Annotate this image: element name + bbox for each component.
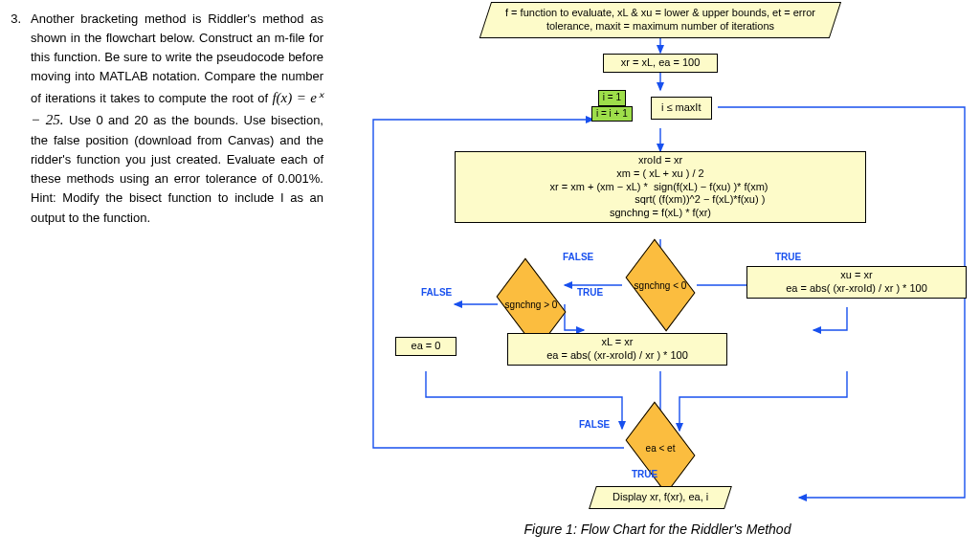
- decision-sgnchng-gt-0: sgnchng > 0: [498, 280, 565, 328]
- xl-text: xL = xr ea = abs( (xr-xroId) / xr ) * 10…: [546, 336, 688, 363]
- init-box: xr = xL, ea = 100: [603, 54, 718, 73]
- xu-box: xu = xr ea = abs( (xr-xroId) / xr ) * 10…: [746, 266, 967, 299]
- xl-box: xL = xr ea = abs( (xr-xroId) / xr ) * 10…: [507, 333, 727, 366]
- loop-cond-text: i ≤ maxIt: [661, 101, 702, 115]
- ea-zero-text: ea = 0: [412, 340, 441, 353]
- init-text: xr = xL, ea = 100: [621, 56, 701, 70]
- io-input-text: f = function to evaluate, xL & xu = lowe…: [505, 7, 815, 33]
- loop-condition: i ≤ maxIt: [651, 97, 712, 120]
- calc-box: xroId = xr xm = ( xL + xu ) / 2 xr = xm …: [455, 151, 866, 223]
- edge-true-2: TRUE: [577, 287, 603, 298]
- io-output: Display xr, f(xr), ea, i: [560, 486, 761, 509]
- problem-body: Another bracketing method is Riddler's m…: [31, 10, 323, 228]
- sgnchng-gt-label: sgnchng > 0: [505, 300, 558, 310]
- loop-increment: i = i + 1: [591, 106, 633, 122]
- edge-false-2: FALSE: [421, 287, 452, 298]
- problem-text-2: Use 0 and 20 as the bounds. Use bisectio…: [31, 113, 323, 225]
- edge-true-1: TRUE: [775, 252, 801, 262]
- decision-sgnchng-lt-0: sgnchng < 0: [627, 261, 694, 309]
- io-output-text: Display xr, f(xr), ea, i: [612, 491, 708, 504]
- flowchart: f = function to evaluate, xL & xu = lowe…: [335, 0, 980, 555]
- sgnchng-lt-label: sgnchng < 0: [635, 280, 687, 291]
- edge-false-1: FALSE: [563, 252, 593, 262]
- problem-number: 3.: [4, 10, 31, 228]
- figure-caption: Figure 1: Flow Chart for the Riddler's M…: [335, 522, 980, 537]
- edge-true-3: TRUE: [632, 469, 657, 479]
- ea-zero-box: ea = 0: [395, 337, 457, 356]
- calc-text: xroId = xr xm = ( xL + xu ) / 2 xr = xm …: [549, 154, 770, 220]
- loop-header: i = 1 i = i + 1: [591, 90, 633, 122]
- io-input: f = function to evaluate, xL & xu = lowe…: [450, 2, 871, 38]
- problem-text: 3. Another bracketing method is Riddler'…: [0, 0, 335, 555]
- decision-ea-lt-et: ea < et: [627, 424, 694, 472]
- loop-i-eq-1: i = 1: [598, 90, 626, 106]
- ea-lt-et-label: ea < et: [646, 443, 676, 454]
- edge-false-3: FALSE: [579, 419, 610, 430]
- xu-text: xu = xr ea = abs( (xr-xroId) / xr ) * 10…: [786, 269, 927, 296]
